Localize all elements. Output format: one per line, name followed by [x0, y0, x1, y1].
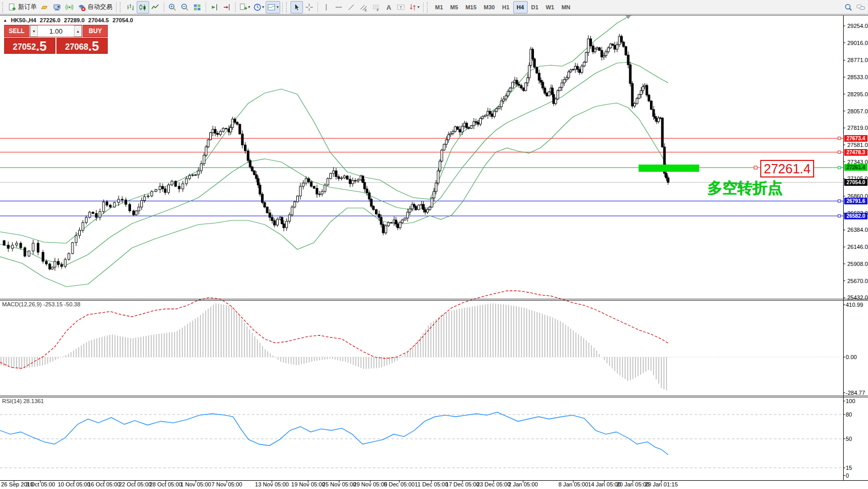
candle-body	[277, 219, 279, 225]
strategy-tester-button[interactable]	[51, 1, 63, 13]
price-callout-box[interactable]: 27261.4	[760, 160, 814, 177]
timeframe-button-h4[interactable]: H4	[513, 1, 528, 13]
fibonacci-tool-button[interactable]: F	[370, 1, 382, 13]
candle-body	[247, 151, 249, 160]
volume-increase-button[interactable]: ▲	[74, 25, 82, 37]
candle-body	[291, 207, 293, 215]
time-tick-label: 7 Nov 05:00	[211, 481, 242, 487]
channel-tool-button[interactable]: E	[357, 1, 370, 13]
time-tick-label: 2 Jan 05:00	[508, 481, 538, 487]
candle-body	[357, 180, 359, 182]
line-chart-button[interactable]	[149, 1, 162, 13]
candle-body	[654, 116, 656, 118]
timeframe-button-mn[interactable]: MN	[558, 1, 574, 13]
candlestick-chart-button[interactable]	[137, 1, 149, 13]
candle-body	[99, 212, 101, 217]
chart-canvas[interactable]	[0, 15, 868, 489]
template-button[interactable]: ▾	[266, 1, 280, 13]
candle-body	[516, 80, 518, 84]
indicators-icon	[239, 3, 248, 11]
vertical-line-tool-button[interactable]	[320, 1, 332, 13]
bar-chart-button[interactable]	[124, 1, 137, 13]
timeframe-button-m1[interactable]: M1	[431, 1, 446, 13]
new-order-button[interactable]: 新订单	[7, 1, 38, 13]
annotation-note[interactable]: 多空转折点	[707, 178, 783, 199]
volume-decrease-button[interactable]: ▼	[30, 25, 38, 37]
timeframe-button-h1[interactable]: H1	[498, 1, 513, 13]
timeframe-button-m30[interactable]: M30	[480, 1, 498, 13]
candle-body	[141, 201, 143, 208]
rsi-axis-label: 80	[846, 411, 852, 418]
candle-body	[49, 264, 51, 269]
toolbar-grip	[286, 2, 288, 12]
svg-text:E: E	[365, 8, 367, 11]
sell-price-button[interactable]: 27052.5	[4, 38, 55, 54]
candle-body	[594, 49, 596, 52]
candle-body	[129, 204, 131, 211]
rsi-axis-label: 50	[846, 436, 852, 442]
buy-button[interactable]: BUY	[83, 25, 108, 37]
chat-button[interactable]	[855, 1, 867, 13]
candle-body	[79, 230, 81, 235]
svg-text:F: F	[377, 8, 379, 11]
trendline-tool-button[interactable]	[345, 1, 357, 13]
text-tool-button[interactable]: A	[382, 1, 395, 13]
candle-body	[297, 196, 299, 202]
rsi-pane-label: RSI(14) 28.1361	[2, 398, 44, 404]
chart-area[interactable]: ▲ HK50-,H4 27226.0 27289.0 27044.5 27054…	[0, 15, 868, 489]
price-tick-label: 25670.0	[847, 278, 868, 284]
zoom-out-button[interactable]	[179, 1, 191, 13]
sell-button[interactable]: SELL	[4, 25, 29, 37]
candle-body	[638, 95, 640, 99]
candle-body	[264, 202, 266, 207]
candlestick-chart-icon	[139, 3, 147, 11]
candle-body	[271, 217, 273, 220]
bar-chart-icon	[126, 3, 135, 11]
signals-button[interactable]	[63, 1, 76, 13]
candle-body	[466, 123, 468, 128]
search-button[interactable]	[842, 1, 855, 13]
ohlc-low: 27044.5	[88, 17, 109, 23]
candle-body	[666, 173, 668, 178]
auto-scroll-button[interactable]	[208, 1, 221, 13]
zoom-in-button[interactable]	[166, 1, 179, 13]
buy-price-frac: .5	[88, 40, 99, 53]
candle-body	[319, 194, 321, 195]
crosshair-icon	[305, 3, 313, 11]
indicators-button[interactable]: ▾	[238, 1, 252, 13]
timeframe-button-m5[interactable]: M5	[446, 1, 461, 13]
cursor-tool-button[interactable]	[291, 1, 303, 13]
arrows-tool-button[interactable]: ▾	[407, 1, 421, 13]
candle-body	[335, 171, 337, 176]
candle-body	[162, 186, 164, 189]
algo-trading-button[interactable]: 自动交易	[76, 1, 114, 13]
candle-body	[257, 179, 259, 185]
timeframe-button-m15[interactable]: M15	[462, 1, 480, 13]
period-button[interactable]: ▾	[252, 1, 266, 13]
candle-body	[205, 147, 207, 155]
label-tool-button[interactable]: T	[395, 1, 407, 13]
candle-body	[587, 39, 589, 52]
buy-price-button[interactable]: 27068.5	[56, 38, 108, 54]
volume-value[interactable]: 1.00	[38, 25, 74, 37]
tile-windows-button[interactable]	[191, 1, 204, 13]
candle-body	[540, 80, 542, 82]
candle-body	[197, 171, 199, 175]
candle-body	[266, 207, 268, 213]
timeframe-button-d1[interactable]: D1	[528, 1, 542, 13]
candle-body	[477, 122, 479, 124]
candle-body	[407, 212, 409, 218]
crosshair-tool-button[interactable]	[303, 1, 315, 13]
collapse-arrow-icon[interactable]: ▲	[3, 18, 7, 23]
horizontal-line-icon	[335, 3, 343, 11]
timeframe-button-w1[interactable]: W1	[542, 1, 558, 13]
market-depth-button[interactable]	[38, 1, 51, 13]
time-tick-label: 29 Nov 05:00	[353, 481, 387, 487]
candle-body	[489, 111, 491, 114]
auto-scroll-icon	[210, 3, 219, 11]
horizontal-line-tool-button[interactable]	[332, 1, 345, 13]
candle-body	[568, 72, 570, 78]
toolbar-grip	[427, 2, 429, 12]
chart-shift-button[interactable]	[221, 1, 233, 13]
ohlc-close: 27054.0	[112, 17, 133, 23]
